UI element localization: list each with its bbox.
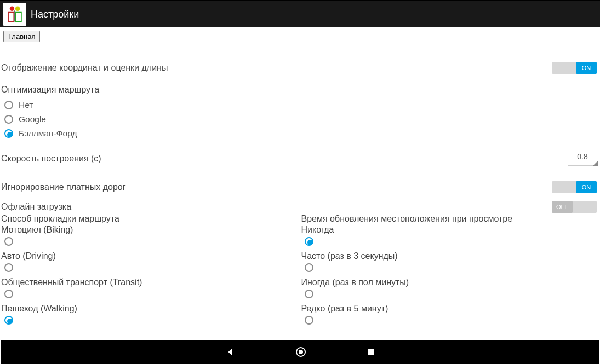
offline-loading-label: Офлайн загрузка <box>1 202 71 212</box>
page-title: Настройки <box>31 9 79 20</box>
route-optimization-group: Нет Google Бэллман-Форд <box>1 98 599 141</box>
location-update-radio-often[interactable] <box>305 263 313 272</box>
toggle-on-label: ON <box>576 181 597 193</box>
svg-rect-0 <box>8 13 14 22</box>
route-method-radio-walking[interactable] <box>4 316 13 325</box>
route-method-radio-transit[interactable] <box>4 290 13 298</box>
route-method-opt-biking: Мотоцикл (Biking) <box>1 225 299 235</box>
route-opt-radio-bellman[interactable] <box>4 129 13 138</box>
svg-point-3 <box>15 7 20 11</box>
route-method-opt-transit: Общественный транспорт (Transit) <box>1 278 299 287</box>
route-method-opt-walking: Пешеход (Walking) <box>1 304 299 314</box>
ignore-toll-label: Игнорирование платных дорог <box>1 182 126 192</box>
offline-loading-toggle[interactable]: OFF <box>552 201 597 213</box>
route-method-radio-biking[interactable] <box>4 237 13 246</box>
location-update-opt-never: Никогда <box>301 225 599 235</box>
coords-display-toggle[interactable]: ON <box>552 62 597 74</box>
nav-recent-icon[interactable] <box>367 348 375 356</box>
home-button[interactable]: Главная <box>3 31 40 42</box>
nav-back-icon[interactable] <box>225 347 235 357</box>
route-opt-label-none: Нет <box>19 100 33 110</box>
location-update-radio-never[interactable] <box>305 237 313 246</box>
build-speed-value: 0.8 <box>577 152 587 161</box>
route-opt-label-bellman: Бэллман-Форд <box>19 129 77 138</box>
location-update-label: Время обновления местоположения при прос… <box>301 214 599 224</box>
route-opt-label-google: Google <box>19 114 46 124</box>
android-navbar <box>1 340 599 364</box>
title-bar: Настройки <box>0 1 600 27</box>
app-icon <box>3 3 26 26</box>
toggle-off-label: OFF <box>552 201 573 213</box>
location-update-radio-sometimes[interactable] <box>305 290 313 298</box>
location-update-opt-rarely: Редко (раз в 5 минут) <box>301 304 599 314</box>
route-method-radio-driving[interactable] <box>4 263 13 272</box>
route-optimization-label: Оптимизация маршрута <box>1 85 599 95</box>
build-speed-label: Скорость построения (с) <box>1 154 101 164</box>
route-method-opt-driving: Авто (Driving) <box>1 251 299 261</box>
toggle-on-label: ON <box>576 62 597 74</box>
route-opt-radio-google[interactable] <box>4 115 13 124</box>
build-speed-spinner[interactable]: 0.8 <box>568 152 597 166</box>
ignore-toll-toggle[interactable]: ON <box>552 181 597 193</box>
svg-point-5 <box>299 350 303 354</box>
svg-rect-1 <box>16 13 21 22</box>
route-opt-radio-none[interactable] <box>4 101 13 109</box>
nav-home-icon[interactable] <box>295 346 306 357</box>
svg-point-2 <box>10 7 15 11</box>
svg-rect-6 <box>368 349 374 355</box>
location-update-opt-sometimes: Иногда (раз в пол минуты) <box>301 278 599 287</box>
route-method-label: Способ прокладки маршрута <box>1 214 299 224</box>
coords-display-label: Отображение координат и оценки длины <box>1 63 168 73</box>
location-update-opt-often: Часто (раз в 3 секунды) <box>301 251 599 261</box>
location-update-radio-rarely[interactable] <box>305 316 313 325</box>
